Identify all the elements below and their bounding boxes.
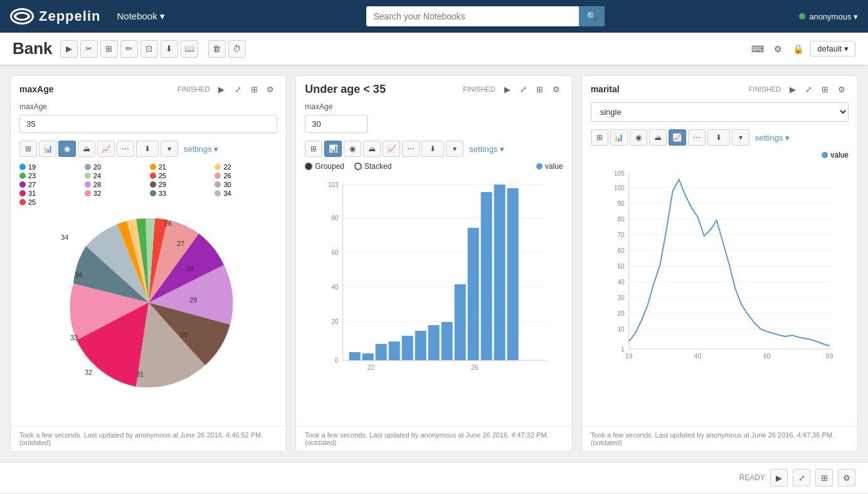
svg-text:60: 60 <box>332 249 339 256</box>
main-content: maxAge FINISHED ▶ ⤢ ⊞ ⚙ maxAge ⊞ 📊 ◉ ⛰ 📈… <box>0 65 868 462</box>
run-paragraph-icon-2[interactable]: ▶ <box>500 82 514 96</box>
value-legend: value <box>536 162 563 171</box>
lock-icon[interactable]: 🔒 <box>790 41 805 56</box>
pie-label-34b: 34 <box>75 271 82 279</box>
stacked-label: Stacked <box>364 162 391 171</box>
run-paragraph-icon-3[interactable]: ▶ <box>786 82 800 96</box>
copy-button[interactable]: ⊡ <box>140 40 158 58</box>
pie-btn-3[interactable]: ◉ <box>630 129 647 146</box>
pen-button[interactable]: ✏ <box>120 40 138 58</box>
stacked-radio[interactable]: Stacked <box>354 162 391 171</box>
logo-area: Zeppelin <box>10 8 100 24</box>
value-dot-3 <box>822 152 828 158</box>
legend-item: 34 <box>214 190 277 197</box>
line-chart-path <box>628 180 829 346</box>
more-btn-3[interactable]: ▾ <box>732 129 749 146</box>
svg-text:80: 80 <box>617 216 625 223</box>
table-btn-3[interactable]: ⊞ <box>591 129 608 146</box>
svg-text:60: 60 <box>763 353 771 360</box>
header: Zeppelin Notebook ▾ 🔍 anonymous ▾ <box>0 0 868 33</box>
table-btn-2[interactable]: ⊞ <box>305 141 322 157</box>
table-icon[interactable]: ⊞ <box>247 82 261 96</box>
bottom-gear-btn[interactable]: ⚙ <box>838 469 855 486</box>
search-button[interactable]: 🔍 <box>579 6 605 26</box>
pie-label-34: 34 <box>61 234 68 241</box>
more-btn-2[interactable]: ▾ <box>446 141 463 157</box>
search-input[interactable] <box>366 6 579 26</box>
svg-text:90: 90 <box>617 200 625 207</box>
settings-chart-btn[interactable]: settings ▾ <box>180 143 222 155</box>
legend-item: 32 <box>85 190 147 197</box>
radio-group: Grouped Stacked value <box>296 159 571 173</box>
legend-item: 29 <box>150 181 213 188</box>
line-btn-2[interactable]: 📈 <box>383 141 400 157</box>
bottom-expand-btn[interactable]: ⤢ <box>793 469 810 486</box>
pie-chart-btn[interactable]: ◉ <box>58 141 76 157</box>
pie-btn-2[interactable]: ◉ <box>344 141 361 157</box>
gear-icon[interactable]: ⚙ <box>263 82 277 96</box>
bar-chart-btn[interactable]: 📊 <box>39 141 56 157</box>
table-icon-2[interactable]: ⊞ <box>533 82 547 96</box>
svg-text:105: 105 <box>614 170 625 177</box>
area-btn-3[interactable]: ⛰ <box>649 129 667 146</box>
scatter-btn-3[interactable]: ⋯ <box>688 129 706 146</box>
line-chart-btn[interactable]: 📈 <box>97 141 115 157</box>
run-button[interactable]: ▶ <box>60 40 78 58</box>
expand-icon[interactable]: ⤢ <box>231 82 245 96</box>
scatter-btn-2[interactable]: ⋯ <box>402 141 420 157</box>
area-btn-2[interactable]: ⛰ <box>363 141 381 157</box>
value-dot <box>536 163 542 169</box>
pie-label-33: 33 <box>70 334 78 341</box>
bar-btn-2[interactable]: 📊 <box>324 141 342 157</box>
bottom-table-btn[interactable]: ⊞ <box>815 469 833 486</box>
line-btn-3[interactable]: 📈 <box>669 129 686 146</box>
marital-select[interactable]: single married divorced <box>591 102 849 122</box>
legend-item: 20 <box>85 163 147 171</box>
value-legend-3: value <box>582 148 857 162</box>
download-btn-2[interactable]: ⬇ <box>421 141 444 157</box>
download-btn-3[interactable]: ⬇ <box>707 129 730 146</box>
panel-header-3: marital FINISHED ▶ ⤢ ⊞ ⚙ <box>582 76 857 100</box>
panel-maxage: maxAge FINISHED ▶ ⤢ ⊞ ⚙ maxAge ⊞ 📊 ◉ ⛰ 📈… <box>10 75 287 452</box>
user-name: anonymous ▾ <box>809 12 858 21</box>
settings-btn-2[interactable]: settings ▾ <box>465 143 507 155</box>
book-button[interactable]: 📖 <box>181 40 198 58</box>
user-menu[interactable]: anonymous ▾ <box>799 12 858 21</box>
value-label-3: value <box>830 151 849 159</box>
grouped-radio[interactable]: Grouped <box>305 162 344 171</box>
area-chart-btn[interactable]: ⛰ <box>78 141 95 157</box>
expand-icon-2[interactable]: ⤢ <box>517 82 531 96</box>
maxage-input-2[interactable] <box>305 115 368 133</box>
scissors-button[interactable]: ✂ <box>80 40 98 58</box>
gear-icon-2[interactable]: ⚙ <box>549 82 563 96</box>
maxage-input[interactable] <box>19 115 277 133</box>
table-icon-3[interactable]: ⊞ <box>818 82 832 96</box>
settings-icon[interactable]: ⚙ <box>770 41 785 56</box>
table-chart-btn[interactable]: ⊞ <box>19 141 37 157</box>
svg-text:80: 80 <box>332 215 339 222</box>
notebook-menu-button[interactable]: Notebook ▾ <box>110 7 171 26</box>
status-badge-1: FINISHED <box>177 85 209 93</box>
default-button[interactable]: default ▾ <box>810 41 855 56</box>
pie-label-30: 30 <box>180 331 188 338</box>
gear-icon-3[interactable]: ⚙ <box>835 82 849 96</box>
grid-button[interactable]: ⊞ <box>100 40 118 58</box>
legend-item: 27 <box>19 181 82 188</box>
panel-actions-3: ▶ ⤢ ⊞ ⚙ <box>786 82 849 96</box>
bottom-run-btn[interactable]: ▶ <box>770 469 788 486</box>
schedule-button[interactable]: ⏱ <box>228 40 246 58</box>
run-paragraph-icon[interactable]: ▶ <box>214 82 228 96</box>
export-button[interactable]: ⬇ <box>161 40 178 58</box>
delete-button[interactable]: 🗑 <box>208 40 226 58</box>
keyboard-icon[interactable]: ⌨ <box>750 41 765 56</box>
more-chart-btn[interactable]: ▾ <box>161 141 178 157</box>
scatter-chart-btn[interactable]: ⋯ <box>117 141 134 157</box>
expand-icon-3[interactable]: ⤢ <box>802 82 816 96</box>
svg-text:40: 40 <box>617 279 625 286</box>
bar-27-2 <box>494 185 505 360</box>
settings-btn-3[interactable]: settings ▾ <box>751 132 793 144</box>
bar-btn-3[interactable]: 📊 <box>610 129 628 146</box>
download-chart-btn[interactable]: ⬇ <box>136 141 159 157</box>
legend-item: 31 <box>19 190 82 197</box>
panel-title-2: Under age < 35 <box>305 83 458 96</box>
